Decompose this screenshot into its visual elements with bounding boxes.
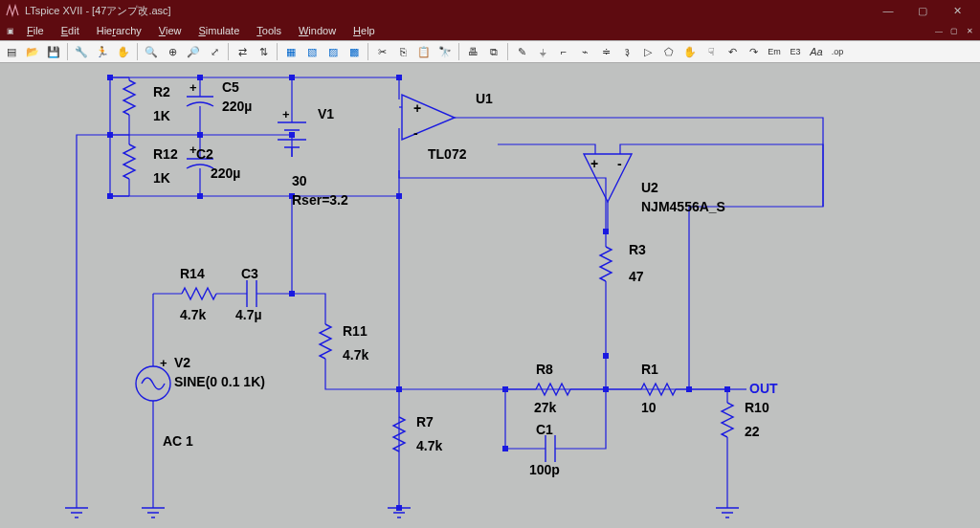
svg-text:+: + bbox=[189, 80, 197, 95]
tile-icon[interactable]: ▦ bbox=[281, 42, 301, 61]
window-title: LTspice XVII - [47アンプ改.asc] bbox=[25, 4, 171, 18]
u2-label: U2 bbox=[641, 180, 658, 195]
r14-value: 4.7k bbox=[180, 307, 206, 322]
zoom-fit-icon[interactable]: ⤢ bbox=[205, 42, 224, 61]
drag-icon[interactable]: ☟ bbox=[702, 42, 721, 61]
u2-model: NJM4556A_S bbox=[641, 199, 725, 214]
c1-label: C1 bbox=[536, 422, 553, 437]
menubar: ▣ FFileile Edit Hierarchy View Simulate … bbox=[0, 21, 980, 40]
mdi-icon[interactable]: ▣ bbox=[4, 24, 17, 37]
component-icon[interactable]: ⬠ bbox=[659, 42, 679, 61]
menu-edit[interactable]: Edit bbox=[54, 23, 87, 38]
v1-v2: Rser=3.2 bbox=[292, 192, 348, 208]
svg-text:-: - bbox=[617, 156, 622, 171]
svg-text:+: + bbox=[282, 107, 290, 121]
copy-icon[interactable]: ⎘ bbox=[393, 42, 412, 61]
autorange-icon[interactable]: ⇄ bbox=[233, 42, 252, 61]
zoom-in-icon[interactable]: 🔍 bbox=[142, 42, 161, 61]
tile3-icon[interactable]: ▨ bbox=[323, 42, 343, 61]
out-label: OUT bbox=[749, 381, 778, 396]
c5-value: 220µ bbox=[222, 99, 252, 114]
toggle-icon[interactable]: ⇅ bbox=[254, 42, 273, 61]
capacitor-icon[interactable]: ≑ bbox=[596, 42, 615, 61]
v1-v1: 30 bbox=[292, 173, 307, 188]
toolbar: ▤ 📂 💾 🔧 🏃 ✋ 🔍 ⊕ 🔎 ⤢ ⇄ ⇅ ▦ ▧ ▨ ▩ ✂ ⎘ 📋 🔭 … bbox=[0, 40, 980, 63]
r14-label: R14 bbox=[180, 266, 205, 281]
maximize-button[interactable]: ▢ bbox=[905, 0, 940, 21]
r3-label: R3 bbox=[629, 242, 646, 257]
redo-icon[interactable]: ↷ bbox=[744, 42, 763, 61]
ac1-label: AC 1 bbox=[163, 433, 193, 449]
r11-label: R11 bbox=[343, 323, 368, 339]
find-icon[interactable]: 🔭 bbox=[435, 42, 455, 61]
cut-icon[interactable]: ✂ bbox=[372, 42, 391, 61]
tile4-icon[interactable]: ▩ bbox=[345, 42, 364, 61]
u1-label: U1 bbox=[476, 91, 493, 106]
titlebar: LTspice XVII - [47アンプ改.asc] — ▢ ✕ bbox=[0, 0, 980, 21]
print-icon[interactable]: 🖶 bbox=[463, 42, 482, 61]
paste-icon[interactable]: 📋 bbox=[414, 42, 434, 61]
text-icon[interactable]: Aa bbox=[807, 42, 826, 61]
run-icon[interactable]: 🏃 bbox=[93, 42, 112, 61]
r1-value: 10 bbox=[641, 400, 657, 415]
spice-icon[interactable]: .op bbox=[828, 42, 847, 61]
mdi-max[interactable]: ▢ bbox=[947, 24, 961, 37]
open-icon[interactable]: 📂 bbox=[23, 42, 42, 61]
window-controls: — ▢ ✕ bbox=[871, 0, 974, 21]
menu-hierarchy[interactable]: Hierarchy bbox=[89, 23, 149, 38]
c5-label: C5 bbox=[222, 79, 239, 95]
control-panel-icon[interactable]: 🔧 bbox=[72, 42, 91, 61]
svg-text:-: - bbox=[413, 125, 418, 141]
mirror-icon[interactable]: E3 bbox=[786, 42, 805, 61]
app-icon bbox=[6, 4, 19, 17]
menu-view[interactable]: View bbox=[151, 23, 189, 38]
inductor-icon[interactable]: ३ bbox=[617, 42, 636, 61]
save-icon[interactable]: 💾 bbox=[44, 42, 63, 61]
c2-value: 220µ bbox=[211, 165, 240, 181]
app-window: LTspice XVII - [47アンプ改.asc] — ▢ ✕ ▣ FFil… bbox=[0, 0, 980, 528]
v2-label: V2 bbox=[174, 355, 190, 370]
ground-icon[interactable]: ⏚ bbox=[533, 42, 552, 61]
r2-label: R2 bbox=[153, 84, 170, 99]
tile2-icon[interactable]: ▧ bbox=[302, 42, 322, 61]
r10-value: 22 bbox=[745, 424, 760, 439]
menu-window[interactable]: Window bbox=[291, 23, 344, 38]
menu-tools[interactable]: Tools bbox=[249, 23, 289, 38]
rotate-icon[interactable]: Em bbox=[765, 42, 784, 61]
svg-text:+: + bbox=[160, 356, 167, 370]
c1-value: 100p bbox=[529, 462, 560, 477]
u1-model: TL072 bbox=[428, 146, 467, 162]
r10-label: R10 bbox=[745, 400, 769, 415]
r8-value: 27k bbox=[534, 400, 557, 415]
resistor-icon[interactable]: ⌁ bbox=[575, 42, 594, 61]
halt-icon[interactable]: ✋ bbox=[114, 42, 133, 61]
label-icon[interactable]: ⌐ bbox=[554, 42, 573, 61]
new-schematic-icon[interactable]: ▤ bbox=[2, 42, 21, 61]
schematic-canvas[interactable]: + - U1 TL072 + - U2 NJM4556A_S R3 47 bbox=[0, 63, 980, 528]
r7-value: 4.7k bbox=[416, 438, 442, 453]
r1-label: R1 bbox=[641, 362, 658, 377]
c3-value: 4.7µ bbox=[235, 307, 262, 322]
print-setup-icon[interactable]: ⧉ bbox=[484, 42, 503, 61]
v1-label: V1 bbox=[318, 106, 334, 121]
menu-file[interactable]: FFileile bbox=[19, 23, 52, 38]
close-button[interactable]: ✕ bbox=[940, 0, 974, 21]
v2-value: SINE(0 0.1 1K) bbox=[174, 374, 265, 389]
menu-simulate[interactable]: Simulate bbox=[190, 23, 247, 38]
mdi-close[interactable]: ✕ bbox=[963, 24, 976, 37]
diode-icon[interactable]: ▷ bbox=[638, 42, 657, 61]
menu-help[interactable]: Help bbox=[345, 23, 383, 38]
r8-label: R8 bbox=[536, 362, 553, 377]
pan-icon[interactable]: ⊕ bbox=[163, 42, 182, 61]
c2-label: C2 bbox=[196, 146, 213, 162]
svg-text:+: + bbox=[590, 156, 598, 171]
minimize-button[interactable]: — bbox=[871, 0, 905, 21]
wire-icon[interactable]: ✎ bbox=[512, 42, 531, 61]
r3-value: 47 bbox=[629, 269, 644, 284]
svg-text:+: + bbox=[413, 100, 421, 116]
move-icon[interactable]: ✋ bbox=[680, 42, 700, 61]
undo-icon[interactable]: ↶ bbox=[723, 42, 742, 61]
mdi-min[interactable]: — bbox=[932, 24, 946, 37]
r12-value: 1K bbox=[153, 170, 170, 186]
zoom-out-icon[interactable]: 🔎 bbox=[184, 42, 203, 61]
